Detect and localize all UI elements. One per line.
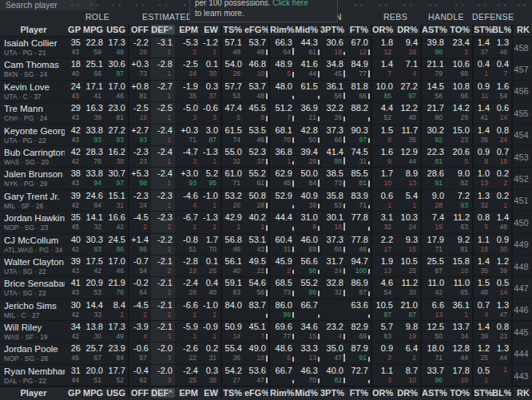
column-header-st[interactable]: ST% xyxy=(472,25,492,34)
player-name[interactable]: Will Riley xyxy=(4,322,65,333)
column-header-mpg[interactable]: MPG xyxy=(83,25,105,34)
player-name[interactable]: CJ McCollum xyxy=(4,235,65,246)
column-header-ts-bottom[interactable]: TS% xyxy=(220,388,244,398)
player-name[interactable]: Jordan Hawkins xyxy=(4,212,65,224)
column-header-mid-bottom[interactable]: Mid% xyxy=(295,388,320,398)
table-row[interactable]: Tre MannCHA · PG · 24294316.33823.081-2.… xyxy=(0,102,532,124)
col-move-left-icon[interactable]: ‹ xyxy=(379,0,381,10)
player-name[interactable]: Tre Mann xyxy=(4,103,65,114)
col-move-left-icon[interactable]: ‹ xyxy=(90,0,93,10)
table-row[interactable]: Ryan NembhardDAL · PG · 22314420.05117.7… xyxy=(0,365,532,386)
column-header-mid[interactable]: Mid% xyxy=(295,25,320,34)
table-row[interactable]: Jordan HawkinsNOP · SG · 23354514.13216.… xyxy=(0,212,532,233)
table-row[interactable]: Keyonte GeorgeUTA · PG · 22424333.89327.… xyxy=(0,125,532,146)
column-header-gp-bottom[interactable]: GP xyxy=(67,388,83,398)
column-header-st-bottom[interactable]: ST% xyxy=(472,388,492,398)
player-name[interactable]: Cam Thomas xyxy=(4,59,65,70)
column-header-efg-bottom[interactable]: eFG% xyxy=(244,388,268,398)
col-move-left-icon[interactable]: ‹ xyxy=(498,0,500,10)
player-cell[interactable]: Jericho SimsMIL · C · 27 xyxy=(0,299,67,320)
player-cell[interactable]: Ryan NembhardDAL · PG · 22 xyxy=(0,365,67,386)
player-cell[interactable]: Jordan PooleNOP · SG · 26 xyxy=(0,343,67,363)
col-move-right-icon[interactable]: › xyxy=(484,0,486,10)
column-header-player[interactable]: Player xyxy=(0,25,67,34)
column-header-off-bottom[interactable]: OFF xyxy=(128,388,151,398)
column-header-bl-bottom[interactable]: BL% xyxy=(492,388,511,398)
column-header-or-bottom[interactable]: OR% xyxy=(371,388,395,398)
column-header-player-bottom[interactable]: Player xyxy=(0,388,67,398)
column-header-mpg-bottom[interactable]: MPG xyxy=(83,388,105,398)
col-move-right-icon[interactable]: › xyxy=(97,0,99,10)
player-name[interactable]: Brice Sensabau... xyxy=(4,278,65,289)
col-move-right-icon[interactable]: › xyxy=(360,0,363,10)
column-header-ast-bottom[interactable]: AST% xyxy=(420,388,447,398)
table-row[interactable]: Gary Trent Jr.MIL · SF · 26394224.66415.… xyxy=(0,190,532,212)
col-move-right-icon[interactable]: › xyxy=(462,0,464,10)
column-header-ew[interactable]: EW xyxy=(200,25,220,34)
column-header-ft-bottom[interactable]: FT% xyxy=(346,388,371,398)
column-header-bl[interactable]: BL% xyxy=(492,25,511,34)
column-header-p3[interactable]: 3PT% xyxy=(320,25,346,34)
table-row[interactable]: Jordan PooleNOP · SG · 26264525.76723.98… xyxy=(0,343,532,364)
col-move-left-icon[interactable]: ‹ xyxy=(135,0,137,10)
table-row[interactable]: Walter Clayton Jr.UTA · SG · 22394317.54… xyxy=(0,255,532,277)
column-header-rim[interactable]: Rim% xyxy=(268,25,295,34)
column-header-usg-bottom[interactable]: USG xyxy=(105,388,128,398)
column-header-dr-bottom[interactable]: DR% xyxy=(395,388,420,398)
column-header-def[interactable]: DEF^ xyxy=(151,25,175,34)
column-header-usg[interactable]: USG xyxy=(105,25,128,34)
table-row[interactable]: Cam ThomasBKN · SG · 24184025.16630.697+… xyxy=(0,58,532,80)
player-cell[interactable]: Keyonte GeorgeUTA · PG · 22 xyxy=(0,125,67,145)
player-name[interactable]: Ryan Nembhard xyxy=(4,366,65,377)
player-cell[interactable]: CJ McCollumATL,WAS · PG · 34 xyxy=(0,234,67,255)
col-move-left-icon[interactable]: ‹ xyxy=(518,0,520,10)
col-move-right-icon[interactable]: › xyxy=(141,0,144,10)
column-header-rk[interactable]: RK xyxy=(511,25,532,34)
col-move-right-icon[interactable]: › xyxy=(435,0,438,10)
table-row[interactable]: Jericho SimsMIL · C · 27304214.4338.41-4… xyxy=(0,299,532,321)
player-name[interactable]: Keyonte George xyxy=(4,125,65,137)
player-cell[interactable]: Walter Clayton Jr.UTA · SG · 22 xyxy=(0,255,67,276)
column-header-ast[interactable]: AST% xyxy=(420,25,447,34)
table-row[interactable]: Brice Sensabau...UTA · SG · 22414320.953… xyxy=(0,277,532,299)
player-name[interactable]: Jordan Poole xyxy=(4,343,65,354)
column-header-epm-bottom[interactable]: EPM xyxy=(175,388,200,398)
tooltip-click-here-link[interactable]: Click here xyxy=(272,0,308,7)
player-name[interactable]: Walter Clayton Jr. xyxy=(4,256,65,267)
col-move-right-icon[interactable]: › xyxy=(504,0,506,10)
player-cell[interactable]: Bub CarringtonWAS · SG · 20 xyxy=(0,146,67,167)
col-move-right-icon[interactable]: › xyxy=(385,0,387,10)
col-move-left-icon[interactable]: ‹ xyxy=(455,0,458,10)
player-cell[interactable]: Kevin LoveUTA · C · 37 xyxy=(0,81,67,101)
table-row[interactable]: CJ McCollumATL,WAS · PG · 34404230.38324… xyxy=(0,234,532,255)
column-header-ts[interactable]: TS% xyxy=(220,25,244,34)
col-move-left-icon[interactable]: ‹ xyxy=(184,0,186,10)
table-row[interactable]: Kevin LoveUTA · C · 37244317.14117.046+0… xyxy=(0,81,532,102)
column-header-efg[interactable]: eFG% xyxy=(244,25,268,34)
player-cell[interactable]: Will RileyWAS · SF · 19 xyxy=(0,321,67,342)
column-header-epm[interactable]: EPM xyxy=(175,25,200,34)
column-header-gp[interactable]: GP xyxy=(67,25,83,34)
player-name[interactable]: Jericho Sims xyxy=(4,300,65,311)
col-move-left-icon[interactable]: ‹ xyxy=(159,0,161,10)
col-move-left-icon[interactable]: ‹ xyxy=(354,0,356,10)
col-move-left-icon[interactable]: ‹ xyxy=(71,0,73,10)
player-cell[interactable]: Tre MannCHA · PG · 24 xyxy=(0,102,67,123)
column-header-ft[interactable]: FT% xyxy=(346,25,371,34)
player-cell[interactable]: Isaiah CollierUTA · PG · 21 xyxy=(0,37,67,57)
column-header-p3-bottom[interactable]: 3PT% xyxy=(320,388,346,398)
player-name[interactable]: Gary Trent Jr. xyxy=(4,191,65,202)
column-header-rk-bottom[interactable]: RK xyxy=(511,388,532,398)
col-move-left-icon[interactable]: ‹ xyxy=(113,0,115,10)
table-row[interactable]: Will RileyWAS · SF · 19344213.83017.349-… xyxy=(0,321,532,343)
column-header-to[interactable]: TO% xyxy=(447,25,472,34)
column-header-off[interactable]: OFF xyxy=(128,25,151,34)
col-move-right-icon[interactable]: › xyxy=(524,0,526,10)
col-move-left-icon[interactable]: ‹ xyxy=(478,0,480,10)
col-move-left-icon[interactable]: ‹ xyxy=(429,0,431,10)
column-header-def-bottom[interactable]: DEF^ xyxy=(151,388,175,398)
player-cell[interactable]: Jordan HawkinsNOP · SG · 23 xyxy=(0,212,67,232)
player-name[interactable]: Isaiah Collier xyxy=(4,38,65,49)
column-header-ew-bottom[interactable]: EW xyxy=(200,388,220,398)
column-header-dr[interactable]: DR% xyxy=(395,25,420,34)
